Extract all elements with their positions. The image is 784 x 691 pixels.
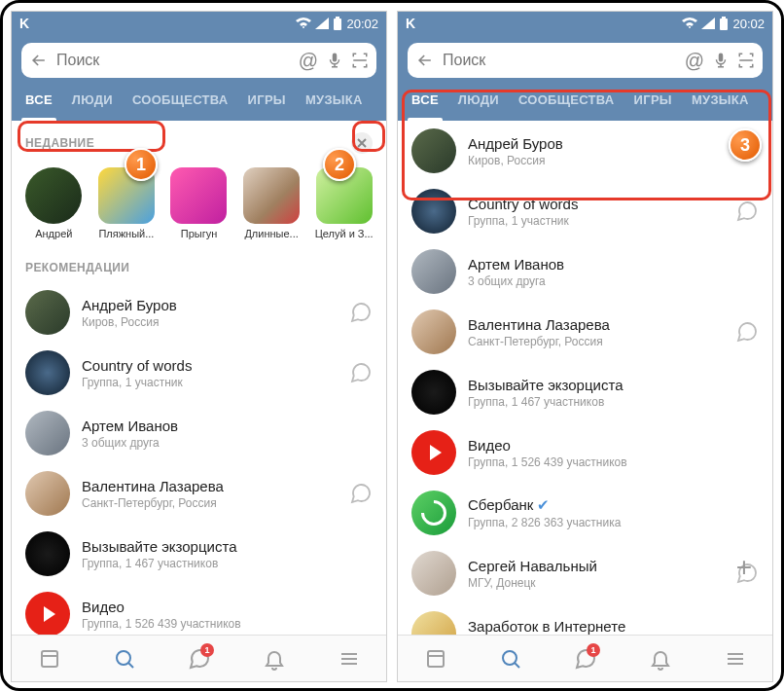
list-item[interactable]: ВидеоГруппа, 1 526 439 участников bbox=[398, 422, 772, 483]
clear-recent-button[interactable] bbox=[351, 132, 373, 154]
message-icon[interactable] bbox=[349, 301, 373, 324]
add-button[interactable]: + bbox=[730, 553, 759, 582]
list-item[interactable]: Вызывайте экзорцистаГруппа, 1 467 участн… bbox=[12, 524, 386, 584]
nav-search[interactable] bbox=[87, 636, 161, 681]
annotation-badge-3: 3 bbox=[729, 128, 762, 162]
search-bar-container: @ bbox=[398, 35, 772, 78]
avatar bbox=[411, 611, 456, 635]
badge: 1 bbox=[587, 643, 600, 657]
avatar bbox=[25, 531, 70, 576]
close-icon bbox=[356, 137, 368, 149]
tab-communities[interactable]: СООБЩЕСТВА bbox=[123, 78, 238, 121]
status-bar: K 20:02 bbox=[12, 12, 386, 35]
nav-feed[interactable] bbox=[12, 636, 87, 681]
verified-icon: ✔ bbox=[537, 496, 550, 513]
status-bar: K 20:02 bbox=[398, 12, 772, 35]
message-icon[interactable] bbox=[349, 361, 373, 384]
tab-people[interactable]: ЛЮДИ bbox=[62, 78, 123, 121]
list-item[interactable]: Артем Иванов3 общих друга bbox=[398, 241, 772, 302]
svg-rect-4 bbox=[720, 18, 728, 30]
back-arrow-icon[interactable] bbox=[415, 51, 435, 70]
search-box[interactable]: @ bbox=[21, 43, 376, 78]
message-icon[interactable] bbox=[735, 320, 759, 344]
nav-messages[interactable]: 1 bbox=[548, 636, 623, 681]
scan-icon[interactable] bbox=[351, 52, 369, 69]
bottom-nav: 1 bbox=[398, 635, 772, 681]
list-item[interactable]: Country of wordsГруппа, 1 участник bbox=[12, 343, 386, 403]
recent-item[interactable]: Андрей bbox=[19, 167, 89, 239]
status-time: 20:02 bbox=[732, 17, 765, 31]
mention-icon[interactable]: @ bbox=[299, 50, 318, 72]
search-box[interactable]: @ bbox=[408, 43, 763, 78]
wifi-icon bbox=[296, 18, 311, 29]
avatar bbox=[25, 471, 70, 516]
mic-icon[interactable] bbox=[712, 52, 730, 69]
app-k-logo: K bbox=[19, 16, 29, 31]
list-item[interactable]: Андрей БуровКиров, Россия bbox=[12, 282, 386, 343]
search-input[interactable] bbox=[56, 52, 291, 69]
list-item[interactable]: Артем Иванов3 общих друга bbox=[12, 403, 386, 463]
avatar bbox=[411, 370, 456, 415]
list-item[interactable]: Андрей БуровКиров, Россия bbox=[398, 121, 772, 181]
filter-tabs: ВСЕ ЛЮДИ СООБЩЕСТВА ИГРЫ МУЗЫКА bbox=[12, 78, 386, 121]
svg-rect-6 bbox=[428, 651, 444, 667]
annotation-badge-1: 1 bbox=[125, 148, 158, 181]
nav-menu[interactable] bbox=[697, 636, 772, 681]
tab-people[interactable]: ЛЮДИ bbox=[448, 78, 509, 121]
section-reco: РЕКОМЕНДАЦИИ bbox=[12, 249, 386, 282]
tab-all[interactable]: ВСЕ bbox=[402, 78, 448, 121]
mention-icon[interactable]: @ bbox=[685, 50, 704, 72]
list-item[interactable]: Валентина ЛазареваСанкт-Петербург, Росси… bbox=[398, 302, 772, 362]
tab-music[interactable]: МУЗЫКА bbox=[682, 78, 759, 121]
svg-rect-5 bbox=[722, 17, 726, 18]
signal-icon bbox=[315, 18, 329, 29]
list-item[interactable]: ВидеоГруппа, 1 526 439 участников bbox=[12, 584, 386, 635]
message-icon[interactable] bbox=[349, 482, 373, 505]
tab-all[interactable]: ВСЕ bbox=[16, 78, 62, 121]
recent-item[interactable]: Длинные... bbox=[237, 167, 306, 239]
avatar bbox=[411, 249, 456, 294]
battery-icon bbox=[333, 17, 342, 30]
avatar bbox=[25, 592, 70, 635]
nav-feed[interactable] bbox=[398, 636, 473, 681]
list-item[interactable]: Валентина ЛазареваСанкт-Петербург, Росси… bbox=[12, 463, 386, 524]
nav-search[interactable] bbox=[473, 636, 548, 681]
phone-left: K 20:02 @ ВСЕ ЛЮДИ СООБЩЕСТВА ИГРЫ МУЗЫК… bbox=[11, 11, 387, 682]
list-item[interactable]: Вызывайте экзорцистаГруппа, 1 467 участн… bbox=[398, 362, 772, 422]
avatar bbox=[25, 290, 70, 335]
back-arrow-icon[interactable] bbox=[29, 51, 49, 70]
wifi-icon bbox=[682, 18, 697, 29]
avatar bbox=[411, 189, 456, 234]
list-item[interactable]: Заработок в ИнтернетеГруппа, 32 911 учас… bbox=[398, 603, 772, 635]
nav-notifications[interactable] bbox=[623, 636, 697, 681]
svg-rect-0 bbox=[334, 18, 341, 30]
list-item[interactable]: Сбербанк✔Группа, 2 826 363 участника bbox=[398, 483, 772, 543]
mic-icon[interactable] bbox=[326, 52, 343, 69]
tab-games[interactable]: ИГРЫ bbox=[238, 78, 296, 121]
nav-messages[interactable]: 1 bbox=[161, 636, 236, 681]
nav-notifications[interactable] bbox=[236, 636, 311, 681]
search-input[interactable] bbox=[443, 52, 677, 69]
list-item[interactable]: Сергей НавальныйМГУ, Донецк bbox=[398, 543, 772, 603]
avatar bbox=[25, 350, 70, 395]
scan-icon[interactable] bbox=[737, 52, 755, 69]
tab-games[interactable]: ИГРЫ bbox=[624, 78, 682, 121]
tab-music[interactable]: МУЗЫКА bbox=[296, 78, 373, 121]
section-reco-label: РЕКОМЕНДАЦИИ bbox=[25, 261, 129, 274]
annotation-badge-2: 2 bbox=[323, 148, 356, 181]
tab-communities[interactable]: СООБЩЕСТВА bbox=[509, 78, 624, 121]
app-k-logo: K bbox=[406, 16, 415, 31]
svg-point-7 bbox=[503, 651, 517, 665]
recent-item[interactable]: Прыгун bbox=[164, 167, 233, 239]
message-icon[interactable] bbox=[735, 200, 759, 223]
avatar bbox=[411, 551, 456, 596]
status-time: 20:02 bbox=[346, 17, 378, 31]
recent-item[interactable]: Пляжный... bbox=[92, 167, 161, 239]
filter-tabs: ВСЕ ЛЮДИ СООБЩЕСТВА ИГРЫ МУЗЫКА bbox=[398, 78, 772, 121]
search-bar-container: @ bbox=[12, 35, 386, 78]
badge: 1 bbox=[200, 643, 214, 657]
list-item[interactable]: Country of wordsГруппа, 1 участник bbox=[398, 181, 772, 241]
avatar bbox=[25, 411, 70, 455]
avatar bbox=[411, 128, 456, 173]
nav-menu[interactable] bbox=[311, 636, 386, 681]
